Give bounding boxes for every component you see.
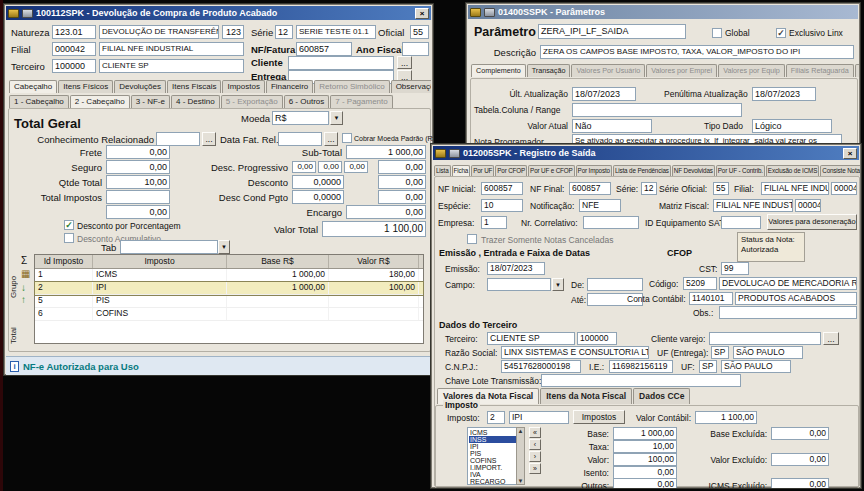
desconto-porcentagem-checkbox[interactable]: ✓	[64, 220, 74, 230]
grid-header-valor[interactable]: Valor R$	[329, 255, 419, 268]
list-item-ipi[interactable]: IPI	[469, 443, 523, 450]
scroll-down-icon[interactable]: ▼	[517, 478, 524, 484]
conta-contabil-field[interactable]: 1140101	[689, 292, 733, 305]
cliente-field[interactable]	[288, 56, 394, 70]
imposto-desc-field[interactable]: IPI	[509, 411, 569, 424]
list-item-iimport[interactable]: I.IMPORT.	[469, 464, 523, 471]
filial-code-field[interactable]: 000042	[831, 182, 857, 195]
tab-complemento[interactable]: Complemento	[471, 64, 526, 77]
desc-cond-field[interactable]: 0,00	[378, 190, 426, 204]
serie-oficial-field[interactable]: 55	[713, 182, 729, 195]
base-excluida-field[interactable]: 0,00	[771, 427, 829, 440]
arrow-down-icon[interactable]: ↓	[21, 283, 26, 293]
ano-fiscal-field[interactable]	[402, 42, 429, 56]
natureza-desc-field[interactable]: DEVOLUÇÃO DE TRANSFERÊNCIA	[99, 25, 219, 39]
tab-por-imposto[interactable]: Por Imposto	[576, 165, 612, 176]
chave-lote-field[interactable]	[541, 374, 741, 387]
subtab-3-nfe[interactable]: 3 - NF-e	[131, 95, 170, 108]
codigo-desc-field[interactable]: DEVOLUCAO DE MERCADORIA RECEBIDA EM TRAN…	[719, 277, 857, 290]
global-checkbox[interactable]	[712, 28, 722, 38]
filial-desc-field[interactable]: FILIAL NFE INDUSTRIAL	[99, 42, 244, 56]
valor-field[interactable]: 100,00	[613, 453, 677, 466]
emissao-field[interactable]: 18/07/2023	[487, 262, 545, 275]
subtotal-field[interactable]: 1 000,00	[346, 145, 426, 159]
subtab-1-cabecalho[interactable]: 1 - Cabeçalho	[9, 95, 69, 108]
terceiro-desc-field[interactable]: CLIENTE SP	[487, 332, 575, 345]
tab-ficha[interactable]: Ficha	[452, 165, 471, 176]
natureza-num-field[interactable]: 123	[222, 25, 244, 39]
desc-prog-1-field[interactable]: 0,00	[292, 161, 316, 173]
cliente-varejo-field[interactable]	[709, 332, 821, 345]
conhecimento-browse-button[interactable]: ...	[202, 132, 216, 146]
penultima-atualizacao-field[interactable]: 18/07/2023	[752, 87, 816, 101]
exclusivo-linx-checkbox[interactable]: ✓	[776, 28, 786, 38]
encargo-field[interactable]: 0,00	[346, 205, 426, 219]
desconto-acumulativo-checkbox[interactable]	[64, 233, 74, 243]
nf-final-field[interactable]: 600857	[569, 182, 611, 195]
tab-dados-cce[interactable]: Dados CCe	[633, 388, 690, 404]
list-item-icms[interactable]: ICMS	[469, 429, 523, 436]
data-fat-field[interactable]	[278, 132, 322, 146]
descricao-field[interactable]: ZERA OS CAMPOS BASE IMPOSTO, TAXA, VALOR…	[540, 45, 854, 59]
desconto-pct-field[interactable]: 0,0000	[292, 175, 344, 189]
serie-field[interactable]: 12	[641, 182, 657, 195]
subtab-2-cabecalho[interactable]: 2 - Cabeçalho	[70, 95, 130, 108]
tab-consiste-notas[interactable]: Consiste Notas	[820, 165, 860, 176]
base-field[interactable]: 1 000,00	[613, 427, 677, 440]
next-record-icon[interactable]: ›	[529, 451, 541, 462]
table-row-selected[interactable]: 2 IPI 1 000,00 100,00	[35, 282, 423, 295]
tab-itens-fisicos[interactable]: Itens Físicos	[58, 80, 113, 93]
especie-field[interactable]: 10	[481, 199, 523, 212]
last-record-icon[interactable]: »	[529, 463, 541, 474]
tab-itens-fiscais[interactable]: Itens Fiscais	[167, 80, 221, 93]
parametro-field[interactable]: ZERA_IPI_LF_SAIDA	[538, 24, 686, 39]
filial-desc-field[interactable]: FILIAL NFE INDUSTRIAL	[761, 182, 829, 195]
id-equipamento-sat-field[interactable]	[721, 216, 761, 229]
terceiro-code-field[interactable]: 100000	[577, 332, 617, 345]
uf-field[interactable]: SP	[699, 360, 717, 373]
tab-transacao[interactable]: Transação	[527, 64, 571, 77]
subtab-4-destino[interactable]: 4 - Destino	[171, 95, 220, 108]
moeda-chevron-down-icon[interactable]: ▼	[330, 111, 343, 125]
notas-canceladas-checkbox[interactable]	[467, 234, 477, 244]
cst-field[interactable]: 99	[721, 262, 749, 275]
ie-field[interactable]: 116982156119	[609, 360, 673, 373]
scroll-up-icon[interactable]: ▲	[517, 428, 524, 434]
tipo-dado-field[interactable]: Lógico	[752, 119, 832, 133]
uf-entrega-field[interactable]: SP	[711, 346, 729, 359]
subtab-7-pagamento[interactable]: 7 - Pagamento	[330, 95, 392, 108]
tab-valores-por-usuario[interactable]: Valores Por Usuário	[571, 64, 645, 77]
cobrar-moeda-checkbox[interactable]	[342, 133, 352, 143]
obs-field[interactable]	[719, 306, 857, 319]
oficial-field[interactable]: 55	[410, 25, 429, 39]
valor-total-field[interactable]: 1 100,00	[322, 221, 426, 237]
tab-filiais-retaguarda[interactable]: Filiais Retaguarda	[786, 64, 854, 77]
window3-titlebar[interactable]: 012005SPK - Registro de Saída ×	[433, 146, 859, 160]
tab-cabecalho[interactable]: Cabeçalho	[9, 80, 57, 93]
desc-cond-pct-field[interactable]: 0,0000	[292, 190, 344, 204]
first-record-icon[interactable]: «	[529, 427, 541, 438]
window1-titlebar[interactable]: 100112SPK - Devolução de Compra de Produ…	[6, 6, 431, 20]
list-item-cofins[interactable]: COFINS	[469, 457, 523, 464]
icms-excluido-field[interactable]: 0,00	[771, 478, 829, 489]
tab-devolucoes[interactable]: Devoluções	[114, 80, 166, 93]
grid-side-tab-total[interactable]: Total	[9, 304, 18, 344]
listbox-scrollbar[interactable]: ▲ ▼	[516, 427, 525, 485]
frete-field[interactable]: 0,00	[106, 145, 170, 159]
tabela-coluna-field[interactable]	[572, 103, 742, 117]
grid-header-imposto[interactable]: Imposto	[93, 255, 227, 268]
serie-field[interactable]: 12	[275, 25, 293, 39]
tab-por-uf-e-cfop[interactable]: Por UF e CFOP	[528, 165, 575, 176]
desc-prog-total-field[interactable]: 0,00	[378, 160, 426, 174]
tab-lista-pendencias[interactable]: Lista de Pendências	[613, 165, 671, 176]
close-icon[interactable]: ×	[415, 8, 429, 19]
moeda-field[interactable]: R$	[272, 111, 329, 125]
table-row[interactable]: 6 COFINS	[35, 308, 423, 321]
taxa-field[interactable]: 10,00	[613, 440, 677, 453]
nf-inicial-field[interactable]: 600857	[481, 182, 523, 195]
tab-nf-devolvidas[interactable]: NF Devolvidas	[672, 165, 715, 176]
natureza-code-field[interactable]: 123.01	[52, 25, 96, 39]
imposto-code-field[interactable]: 2	[487, 411, 505, 424]
valores-desoneracao-button[interactable]: Valores para desoneração	[767, 214, 857, 230]
valor-excluido-field[interactable]: 0,00	[771, 453, 829, 466]
